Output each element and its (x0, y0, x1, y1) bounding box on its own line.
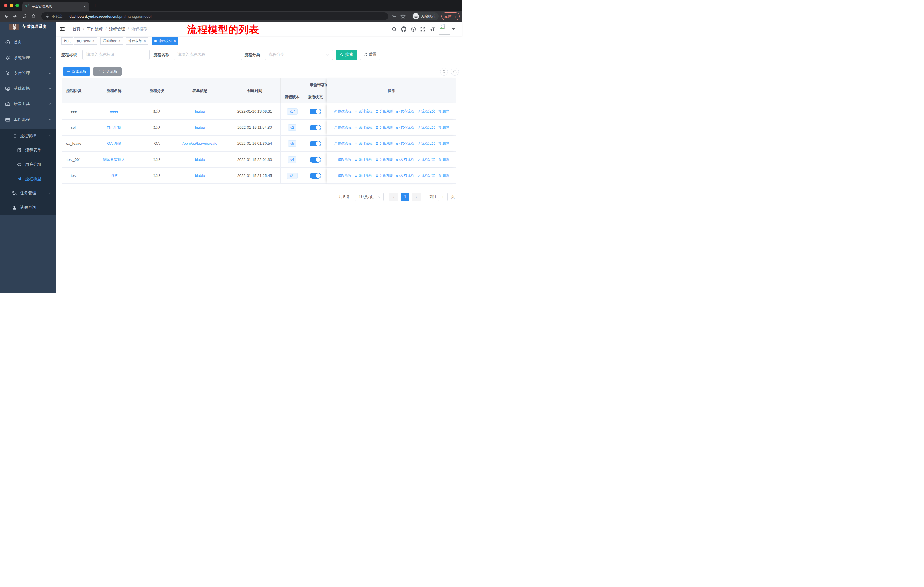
key-icon[interactable] (391, 14, 396, 19)
process-name-link[interactable]: 自己审批 (107, 125, 121, 130)
reload-icon[interactable] (22, 14, 27, 19)
process-name-link[interactable]: 测试多审批人 (103, 157, 125, 162)
help-icon[interactable] (411, 26, 416, 32)
tag-process-form[interactable]: 流程表单 × (126, 37, 148, 45)
sidebar-item-task-management[interactable]: 任务管理 (0, 186, 56, 200)
design-process-link[interactable]: 设计流程 (354, 141, 372, 146)
version-badge[interactable]: v2 (288, 124, 297, 131)
minimize-window-button[interactable] (10, 4, 13, 7)
security-warning-icon[interactable] (45, 14, 50, 19)
fullscreen-icon[interactable] (420, 26, 426, 32)
process-definition-link[interactable]: 流程定义 (417, 173, 435, 178)
page-size-select[interactable]: 10条/页 (355, 193, 383, 201)
refresh-table-button[interactable] (451, 68, 459, 76)
tag-close-icon[interactable]: × (92, 39, 94, 43)
tag-my-process[interactable]: 我的流程 × (100, 37, 123, 45)
address-bar[interactable]: 不安全 | dashboard.yudao.iocoder.cn/bpm/man… (41, 12, 388, 20)
version-badge[interactable]: v21 (287, 172, 297, 179)
publish-process-link[interactable]: 发布流程 (396, 173, 414, 178)
delete-process-link[interactable]: 删除 (438, 157, 449, 162)
assign-rule-link[interactable]: 分配规则 (375, 173, 393, 178)
active-toggle[interactable] (310, 125, 321, 131)
publish-process-link[interactable]: 发布流程 (396, 157, 414, 162)
version-badge[interactable]: v17 (287, 108, 297, 115)
process-name-link[interactable]: 滔博 (110, 173, 118, 178)
delete-process-link[interactable]: 删除 (438, 109, 449, 114)
github-icon[interactable] (401, 26, 406, 32)
process-name-input[interactable]: 请输入流程名称 (173, 50, 242, 60)
edit-process-link[interactable]: 修改流程 (333, 157, 351, 162)
forward-icon[interactable] (13, 14, 18, 19)
tag-home[interactable]: 首页 (61, 37, 73, 45)
process-definition-link[interactable]: 流程定义 (417, 109, 435, 114)
tab-close-icon[interactable]: × (83, 4, 86, 8)
publish-process-link[interactable]: 发布流程 (396, 141, 414, 146)
avatar-dropdown-caret-icon[interactable] (452, 28, 455, 30)
delete-process-link[interactable]: 删除 (438, 125, 449, 130)
active-toggle[interactable] (310, 173, 321, 179)
zoom-window-button[interactable] (15, 4, 19, 7)
sidebar-item-process-model[interactable]: 流程模型 (0, 172, 56, 186)
sidebar-item-dev-tools[interactable]: 研发工具 (0, 97, 56, 111)
design-process-link[interactable]: 设计流程 (354, 173, 372, 178)
form-info-link[interactable]: biubiu (195, 109, 205, 114)
version-badge[interactable]: v5 (288, 141, 297, 147)
close-window-button[interactable] (4, 4, 7, 7)
reset-button[interactable]: 重置 (360, 50, 380, 60)
home-icon[interactable] (31, 14, 36, 19)
version-badge[interactable]: v4 (288, 157, 297, 163)
publish-process-link[interactable]: 发布流程 (396, 109, 414, 114)
process-definition-link[interactable]: 流程定义 (417, 125, 435, 130)
sidebar-item-workflow[interactable]: 工作流程 (0, 112, 56, 127)
process-definition-link[interactable]: 流程定义 (417, 157, 435, 162)
delete-process-link[interactable]: 删除 (438, 173, 449, 178)
tag-process-model[interactable]: 流程模型 × (152, 37, 178, 45)
edit-process-link[interactable]: 修改流程 (333, 141, 351, 146)
sidebar-item-infrastructure[interactable]: 基础设施 (0, 81, 56, 96)
prev-page-button[interactable]: ‹ (389, 193, 398, 201)
tag-close-icon[interactable]: × (144, 39, 146, 43)
edit-process-link[interactable]: 修改流程 (333, 109, 351, 114)
assign-rule-link[interactable]: 分配规则 (375, 157, 393, 162)
process-category-select[interactable]: 流程分类 (265, 50, 333, 60)
create-process-button[interactable]: 新建流程 (63, 67, 90, 76)
sidebar-item-user-group[interactable]: 用户分组 (0, 157, 56, 172)
search-icon[interactable] (391, 26, 397, 32)
sidebar-item-process-management[interactable]: 流程管理 (0, 129, 56, 143)
browser-update-button[interactable]: 更新 ⋮ (441, 12, 460, 20)
process-name-link[interactable]: OA 请假 (107, 141, 121, 146)
design-process-link[interactable]: 设计流程 (354, 125, 372, 130)
back-icon[interactable] (3, 14, 8, 19)
tag-close-icon[interactable]: × (174, 39, 176, 43)
design-process-link[interactable]: 设计流程 (354, 109, 372, 114)
breadcrumb-process-management[interactable]: 流程管理 (109, 26, 125, 32)
sidebar-item-leave-query[interactable]: 请假查询 (0, 200, 56, 215)
assign-rule-link[interactable]: 分配规则 (375, 141, 393, 146)
process-id-input[interactable]: 请输入流程标识 (82, 50, 150, 60)
browser-tab[interactable]: 芋道管理系统 × (22, 2, 89, 11)
breadcrumb-home[interactable]: 首页 (73, 26, 81, 32)
form-info-link[interactable]: /bpm/oa/leave/create (182, 141, 217, 146)
active-toggle[interactable] (310, 157, 321, 162)
sidebar-item-system[interactable]: 系统管理 (0, 51, 56, 65)
browser-menu-icon[interactable]: ⋮ (454, 15, 457, 18)
import-process-button[interactable]: 导入流程 (93, 67, 122, 76)
bookmark-star-icon[interactable] (401, 14, 406, 19)
assign-rule-link[interactable]: 分配规则 (375, 125, 393, 130)
form-info-link[interactable]: biubiu (195, 125, 205, 129)
new-tab-button[interactable]: + (93, 2, 97, 8)
sidebar-item-process-form[interactable]: 流程表单 (0, 143, 56, 157)
form-info-link[interactable]: biubiu (195, 157, 205, 162)
process-name-link[interactable]: eeee (110, 109, 118, 114)
active-toggle[interactable] (310, 109, 321, 114)
edit-process-link[interactable]: 修改流程 (333, 125, 351, 130)
goto-page-input[interactable] (438, 193, 448, 201)
tag-tenant-management[interactable]: 租户管理 × (74, 37, 97, 45)
delete-process-link[interactable]: 删除 (438, 141, 449, 146)
window-controls[interactable] (4, 4, 19, 7)
tag-close-icon[interactable]: × (118, 39, 120, 43)
sidebar-item-home[interactable]: 首页 (0, 35, 56, 49)
form-info-link[interactable]: biubiu (195, 174, 205, 178)
security-label[interactable]: 不安全 (51, 14, 63, 19)
design-process-link[interactable]: 设计流程 (354, 157, 372, 162)
